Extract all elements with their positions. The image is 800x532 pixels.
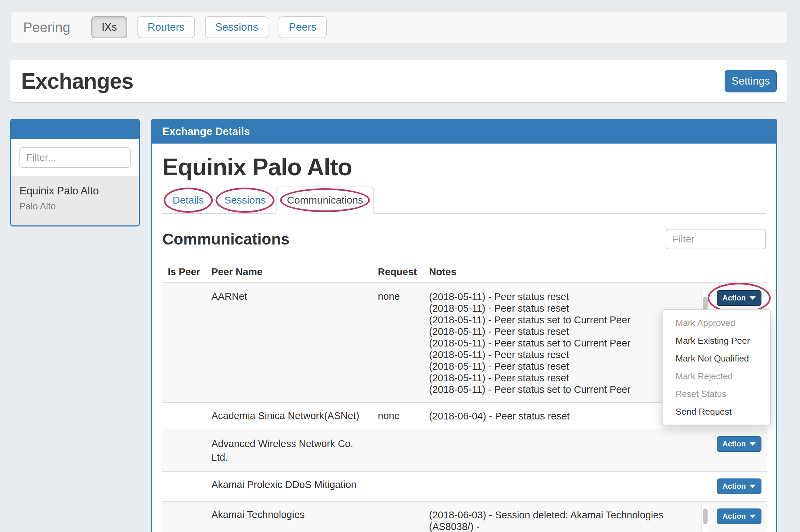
nav-button-ixs[interactable]: IXs <box>91 16 127 38</box>
table-row-aarnet: AARNet none (2018-05-11) - Peer status r… <box>162 283 767 403</box>
action-button-label: Action <box>723 482 746 491</box>
nav-button-sessions[interactable]: Sessions <box>205 16 268 38</box>
column-header-request: Request <box>372 261 424 283</box>
exchange-item-city: Palo Alto <box>19 201 131 212</box>
column-header-spacer <box>696 261 710 283</box>
column-header-actions <box>710 261 767 283</box>
caret-down-icon <box>750 296 756 300</box>
cell-peer-name: Academia Sinica Network(ASNet) <box>206 402 372 429</box>
action-button-label: Action <box>723 512 746 521</box>
table-header-row: Is Peer Peer Name Request Notes <box>162 261 767 283</box>
cell-notes <box>424 429 696 471</box>
communications-table: Is Peer Peer Name Request Notes AARNet n… <box>162 261 767 532</box>
column-header-is-peer: Is Peer <box>162 261 206 283</box>
cell-is-peer <box>162 471 206 501</box>
nav-button-label: Peers <box>289 21 316 33</box>
action-dropdown-menu: Mark Approved Mark Existing Peer Mark No… <box>662 309 771 425</box>
cell-is-peer <box>162 283 206 403</box>
exchange-tabs: Details Sessions Communications <box>162 187 766 214</box>
exchange-list-filter-wrap <box>11 139 139 176</box>
nav-button-label: IXs <box>102 21 117 33</box>
cell-is-peer <box>162 402 206 429</box>
exchange-details-header: Exchange Details <box>152 120 776 144</box>
tab-sessions[interactable]: Sessions <box>214 187 276 213</box>
nav-button-label: Routers <box>148 21 185 33</box>
exchange-details-panel: Exchange Details Equinix Palo Alto Detai… <box>151 119 777 532</box>
table-row-akamai-prolexic: Akamai Prolexic DDoS Mitigation Action <box>162 471 767 501</box>
exchange-item-name: Equinix Palo Alto <box>19 185 131 197</box>
menu-item-mark-existing-peer[interactable]: Mark Existing Peer <box>663 332 770 350</box>
caret-down-icon <box>750 442 756 446</box>
cell-peer-name: Akamai Technologies <box>206 501 372 532</box>
note-line: (2018-05-11) - Peer status reset <box>429 360 691 372</box>
tab-label: Communications <box>287 194 363 206</box>
note-line: (2018-05-11) - Peer status set to Curren… <box>429 337 691 349</box>
column-header-peer-name: Peer Name <box>206 261 372 283</box>
exchange-list-header <box>11 120 139 139</box>
menu-item-mark-not-qualified[interactable]: Mark Not Qualified <box>663 350 770 367</box>
top-navbar: Peering IXs Routers Sessions Peers <box>10 11 788 44</box>
note-line: (2018-05-11) - Peer status set to Curren… <box>429 384 691 395</box>
note-line: (2018-05-11) - Peer status reset <box>429 349 691 360</box>
cell-request <box>372 471 424 501</box>
page-title: Exchanges <box>21 69 133 94</box>
communications-filter-input[interactable] <box>666 229 766 249</box>
exchange-name-heading: Equinix Palo Alto <box>162 154 766 180</box>
cell-notes: (2018-06-03) - Session deleted: Akamai T… <box>424 501 696 532</box>
cell-notes-scrollbar <box>696 501 710 532</box>
tab-details[interactable]: Details <box>162 187 214 213</box>
note-line: (2018-05-11) - Peer status reset <box>429 291 691 302</box>
caret-down-icon <box>750 515 756 518</box>
cell-peer-name: Advanced Wireless Network Co. Ltd. <box>206 429 372 471</box>
tab-communications[interactable]: Communications <box>276 187 374 214</box>
cell-actions: Action <box>710 471 767 501</box>
exchange-details-title: Exchange Details <box>162 125 250 138</box>
note-line: (2018-05-11) - Peer status reset <box>429 326 691 337</box>
cell-notes: (2018-06-04) - Peer status reset <box>424 402 696 429</box>
cell-notes <box>424 471 696 501</box>
cell-peer-name: AARNet <box>206 283 372 403</box>
settings-button[interactable]: Settings <box>725 70 777 92</box>
menu-item-mark-approved[interactable]: Mark Approved <box>663 314 770 332</box>
exchange-details-body: Equinix Palo Alto Details Sessions Commu… <box>152 144 776 532</box>
table-row-advanced-wireless: Advanced Wireless Network Co. Ltd. Actio… <box>162 429 767 471</box>
action-button-label: Action <box>723 440 746 448</box>
exchange-filter-input[interactable] <box>19 147 131 168</box>
menu-item-mark-rejected[interactable]: Mark Rejected <box>663 367 770 385</box>
note-line: (2018-06-04) - Peer status reset <box>429 410 691 422</box>
cell-is-peer <box>162 429 206 471</box>
tab-label: Sessions <box>224 194 266 206</box>
note-line: (2018-05-11) - Peer status reset <box>429 302 691 314</box>
action-dropdown-button-open[interactable]: Action <box>717 290 761 306</box>
cell-notes-scrollbar <box>696 429 710 471</box>
page-header-panel: Exchanges Settings <box>10 60 787 102</box>
cell-request <box>372 501 424 532</box>
cell-request: none <box>372 283 424 403</box>
action-dropdown-button[interactable]: Action <box>717 436 761 452</box>
table-row-akamai-technologies: Akamai Technologies (2018-06-03) - Sessi… <box>162 501 767 532</box>
cell-peer-name: Akamai Prolexic DDoS Mitigation <box>206 471 372 501</box>
notes-scrollbar-thumb[interactable] <box>703 508 708 524</box>
peer-name-text: Advanced Wireless Network Co. Ltd. <box>211 437 358 464</box>
nav-button-peers[interactable]: Peers <box>279 16 327 38</box>
cell-actions: Action <box>710 501 767 532</box>
cell-request: none <box>372 402 424 429</box>
communications-section-header: Communications <box>162 229 766 249</box>
menu-item-reset-status[interactable]: Reset Status <box>663 385 770 403</box>
column-header-notes: Notes <box>424 261 696 283</box>
nav-button-label: Sessions <box>215 21 258 33</box>
caret-down-icon <box>750 485 756 488</box>
exchange-list-item-selected[interactable]: Equinix Palo Alto Palo Alto <box>11 176 139 225</box>
cell-actions: Action Mark Approved Mark Existing Peer … <box>710 283 767 403</box>
action-dropdown-button[interactable]: Action <box>717 478 761 494</box>
menu-item-send-request[interactable]: Send Request <box>663 403 770 420</box>
note-line: (2018-06-03) - Session deleted: Akamai T… <box>429 509 691 532</box>
app-brand: Peering <box>23 20 70 35</box>
action-dropdown-button[interactable]: Action <box>717 508 761 524</box>
cell-notes: (2018-05-11) - Peer status reset (2018-0… <box>424 283 696 403</box>
nav-button-routers[interactable]: Routers <box>137 16 195 38</box>
exchange-list-panel: Equinix Palo Alto Palo Alto <box>10 119 140 226</box>
tab-label: Details <box>173 194 204 206</box>
cell-request <box>372 429 424 471</box>
notes-scrollbar-track[interactable] <box>701 506 709 532</box>
